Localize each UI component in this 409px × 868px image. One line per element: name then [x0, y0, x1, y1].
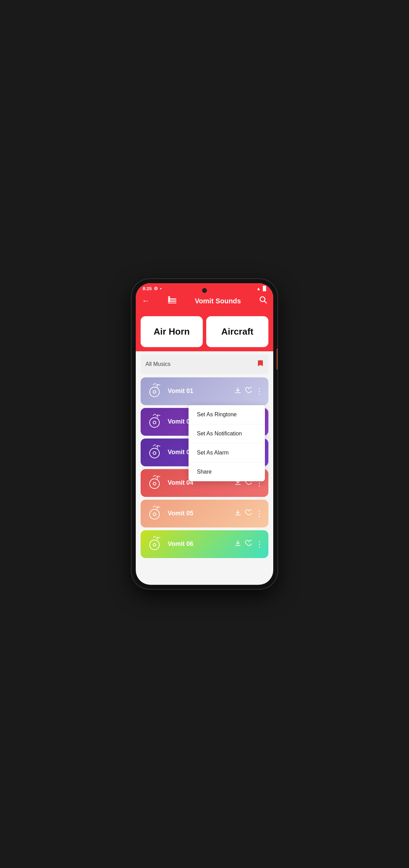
menu-button[interactable] — [168, 296, 176, 305]
category-card-air-horn[interactable]: Air Horn — [141, 316, 203, 347]
svg-point-10 — [153, 391, 156, 393]
music-name-6: Vomit 06 — [168, 540, 230, 548]
phone-screen: 8:25 ⚙ ▪ ▲ ▉ ← — [136, 283, 273, 585]
svg-point-7 — [260, 297, 265, 302]
svg-point-11 — [150, 418, 159, 427]
download-btn-6[interactable] — [234, 540, 241, 548]
bookmark-icon[interactable] — [257, 360, 264, 369]
music-name-1: Vomit 01 — [168, 387, 230, 395]
music-actions-1: ⋮ — [234, 386, 264, 396]
all-musics-label: All Musics — [145, 361, 170, 367]
music-item-1[interactable]: Vomit 01 ⋮ Set As — [141, 377, 268, 405]
category-label-air-horn: Air Horn — [154, 327, 190, 337]
camera-notch — [202, 288, 207, 293]
more-btn-1[interactable]: ⋮ — [255, 386, 264, 396]
svg-point-16 — [153, 482, 156, 485]
music-icon-4 — [145, 474, 164, 492]
dropdown-share[interactable]: Share — [189, 462, 265, 481]
svg-point-9 — [150, 387, 159, 397]
back-button[interactable]: ← — [142, 296, 150, 305]
music-icon-6 — [145, 535, 164, 553]
music-icon-2 — [145, 413, 164, 431]
page-title: Vomit Sounds — [195, 297, 241, 305]
svg-rect-3 — [168, 303, 176, 303]
signal-icon: ▲ — [256, 286, 261, 291]
svg-point-14 — [153, 452, 156, 455]
app-header: ← Vomit Sounds — [136, 293, 273, 312]
search-button[interactable] — [259, 296, 267, 306]
svg-point-4 — [168, 296, 170, 298]
music-actions-6: ⋮ — [234, 539, 264, 549]
svg-point-6 — [168, 300, 170, 302]
category-label-aircraft: Aircraft — [221, 327, 253, 337]
svg-point-15 — [150, 479, 159, 489]
svg-point-19 — [150, 540, 159, 550]
dropdown-menu: Set As Ringtone Set As Notification Set … — [189, 405, 265, 481]
music-icon-3 — [145, 443, 164, 461]
music-icon-1 — [145, 382, 164, 400]
status-right: ▲ ▉ — [256, 286, 266, 291]
music-list: Vomit 01 ⋮ Set As — [136, 377, 273, 585]
music-item-5[interactable]: Vomit 05 ⋮ — [141, 500, 268, 527]
download-btn-5[interactable] — [234, 509, 241, 518]
status-time: 8:25 — [143, 286, 152, 291]
svg-point-5 — [168, 298, 170, 300]
svg-point-17 — [150, 509, 159, 519]
more-btn-5[interactable]: ⋮ — [255, 509, 264, 518]
more-btn-6[interactable]: ⋮ — [255, 539, 264, 549]
category-card-aircraft[interactable]: Aircraft — [206, 316, 268, 347]
category-row: Air Horn Aircraft — [141, 316, 268, 347]
dropdown-set-alarm[interactable]: Set As Alarm — [189, 443, 265, 462]
svg-point-20 — [153, 543, 156, 546]
svg-point-12 — [153, 421, 156, 424]
heart-btn-6[interactable] — [245, 540, 252, 548]
settings-icon: ⚙ — [154, 286, 158, 291]
heart-btn-1[interactable] — [245, 387, 252, 395]
download-btn-1[interactable] — [234, 387, 241, 395]
sim-icon: ▪ — [160, 286, 162, 291]
side-button — [277, 349, 277, 369]
svg-line-8 — [264, 301, 267, 303]
music-actions-5: ⋮ — [234, 509, 264, 518]
dropdown-set-ringtone[interactable]: Set As Ringtone — [189, 405, 265, 424]
status-left: 8:25 ⚙ ▪ — [143, 286, 162, 291]
battery-icon: ▉ — [263, 286, 266, 291]
music-icon-5 — [145, 505, 164, 523]
music-name-5: Vomit 05 — [168, 510, 230, 517]
phone-frame: 8:25 ⚙ ▪ ▲ ▉ ← — [132, 279, 277, 589]
svg-point-18 — [153, 513, 156, 516]
category-section: Air Horn Aircraft — [136, 312, 273, 351]
dropdown-set-notification[interactable]: Set As Notification — [189, 424, 265, 443]
all-musics-bar: All Musics — [141, 355, 268, 374]
svg-point-13 — [150, 448, 159, 458]
music-item-6[interactable]: Vomit 06 ⋮ — [141, 530, 268, 558]
heart-btn-5[interactable] — [245, 509, 252, 518]
